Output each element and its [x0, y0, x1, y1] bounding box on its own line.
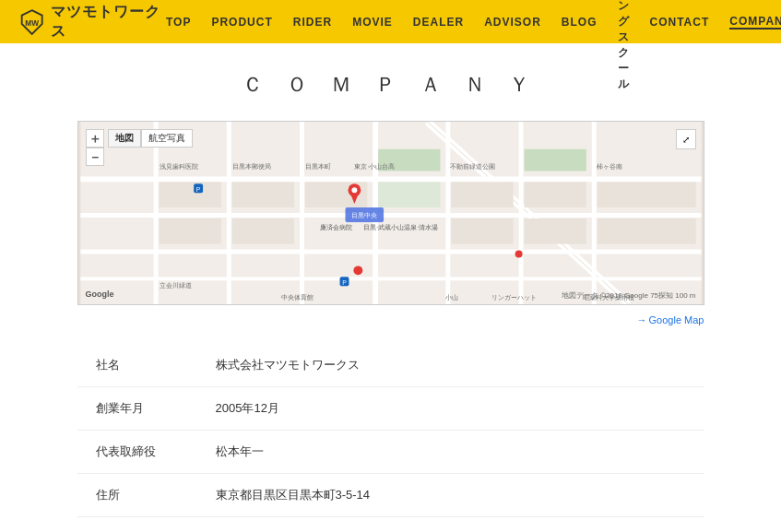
svg-rect-11 — [300, 122, 304, 304]
nav-movie[interactable]: MOVIE — [352, 16, 393, 29]
svg-rect-6 — [80, 213, 701, 218]
svg-text:浅見歯科医院: 浅見歯科医院 — [159, 163, 197, 170]
svg-rect-13 — [445, 122, 450, 304]
map-type-buttons: 地図 航空写真 — [108, 129, 193, 148]
nav-advisor[interactable]: ADVISOR — [484, 16, 541, 29]
svg-rect-24 — [451, 219, 513, 244]
info-label-founded: 創業年月 — [96, 400, 216, 417]
map-container[interactable]: 浅見歯科医院 立会川緑道 目黒本郵便局 目黒本町 東京·小山台高 不動前緑道公園… — [77, 121, 704, 305]
google-logo: Google — [86, 290, 114, 299]
nav-top[interactable]: TOP — [166, 16, 191, 29]
nav-company[interactable]: COMPANY — [729, 15, 781, 30]
page-content: Ｃ Ｏ Ｍ Ｐ Ａ Ｎ Ｙ — [0, 43, 781, 532]
zoom-in-button[interactable]: ＋ — [86, 129, 104, 148]
map-type-aerial-btn[interactable]: 航空写真 — [141, 129, 193, 148]
svg-rect-22 — [451, 182, 513, 207]
nav-blog[interactable]: BLOG — [562, 16, 598, 29]
map-zoom-controls: ＋ － — [86, 129, 104, 166]
svg-text:P: P — [195, 186, 200, 193]
svg-rect-5 — [80, 176, 701, 182]
svg-text:中央体育館: 中央体育館 — [281, 293, 314, 301]
info-row-address: 住所 東京都目黒区目黒本町3-5-14 — [77, 474, 704, 517]
svg-point-53 — [515, 251, 522, 258]
map-visual: 浅見歯科医院 立会川緑道 目黒本郵便局 目黒本町 東京·小山台高 不動前緑道公園… — [78, 122, 704, 304]
google-map-link-row: Google Map — [77, 314, 704, 325]
logo-text: マツモトワークス — [51, 3, 166, 41]
svg-rect-16 — [159, 182, 220, 207]
logo-area[interactable]: MW マツモトワークス — [18, 3, 166, 41]
svg-text:東京·小山台高: 東京·小山台高 — [354, 163, 395, 170]
svg-text:不動前緑道公園: 不動前緑道公園 — [450, 163, 495, 170]
nav-contact[interactable]: CONTACT — [650, 16, 710, 29]
svg-rect-9 — [153, 122, 158, 304]
svg-rect-19 — [231, 219, 293, 244]
svg-text:廉済会病院: 廉済会病院 — [319, 224, 351, 231]
svg-text:リンガーハット: リンガーハット — [491, 294, 536, 301]
svg-text:目黒本郵便局: 目黒本郵便局 — [231, 163, 270, 170]
info-label-company-name: 社名 — [96, 357, 216, 373]
svg-rect-29 — [524, 149, 586, 171]
svg-rect-18 — [231, 182, 293, 207]
svg-rect-8 — [80, 277, 701, 280]
nav-product[interactable]: PRODUCT — [211, 16, 272, 29]
page-title: Ｃ Ｏ Ｍ Ｐ Ａ Ｎ Ｙ — [243, 71, 538, 99]
svg-rect-21 — [378, 182, 440, 207]
info-value-ceo: 松本年一 — [216, 443, 264, 460]
svg-rect-27 — [597, 219, 695, 244]
info-row-ceo: 代表取締役 松本年一 — [77, 431, 704, 474]
svg-point-45 — [351, 187, 357, 193]
logo-icon: MW — [18, 7, 45, 37]
svg-point-52 — [353, 266, 362, 275]
info-value-address: 東京都目黒区目黒本町3-5-14 — [216, 487, 371, 503]
map-attribution: 地図データ ©2018 Google 75探知 100 m — [562, 290, 696, 301]
company-info-table: 社名 株式会社マツモトワークス 創業年月 2005年12月 代表取締役 松本年一… — [77, 344, 704, 532]
svg-text:立会川緑道: 立会川緑道 — [159, 282, 191, 289]
svg-rect-25 — [524, 219, 586, 244]
svg-rect-15 — [591, 122, 596, 304]
info-value-company-name: 株式会社マツモトワークス — [216, 357, 360, 373]
zoom-out-button[interactable]: － — [86, 148, 104, 166]
svg-text:目黒本町: 目黒本町 — [304, 163, 330, 170]
nav-rider[interactable]: RIDER — [293, 16, 332, 29]
svg-rect-7 — [80, 250, 701, 254]
info-row-tel: TEL 03-3715-0171 — [77, 517, 704, 532]
svg-rect-17 — [159, 219, 220, 244]
info-value-founded: 2005年12月 — [216, 400, 279, 417]
info-row-company-name: 社名 株式会社マツモトワークス — [77, 344, 704, 387]
svg-rect-14 — [518, 122, 523, 304]
info-row-founded: 創業年月 2005年12月 — [77, 387, 704, 431]
svg-rect-10 — [226, 122, 231, 304]
svg-text:MW: MW — [25, 18, 39, 27]
svg-text:P: P — [342, 279, 347, 286]
map-type-map-btn[interactable]: 地図 — [108, 129, 141, 148]
nav-dealer[interactable]: DEALER — [413, 16, 464, 29]
google-map-link[interactable]: Google Map — [637, 314, 704, 325]
svg-text:目黒中央: 目黒中央 — [351, 212, 377, 219]
svg-text:柿ヶ谷南: 柿ヶ谷南 — [596, 163, 621, 170]
svg-rect-23 — [524, 182, 586, 207]
info-label-ceo: 代表取締役 — [96, 443, 216, 460]
svg-text:目黒·武蔵小山温泉·清水湯: 目黒·武蔵小山温泉·清水湯 — [363, 224, 438, 231]
nav-waxing[interactable]: ワクシングスクール — [618, 0, 630, 92]
svg-rect-26 — [597, 182, 695, 207]
site-header: MW マツモトワークス TOP PRODUCT RIDER MOVIE DEAL… — [0, 0, 781, 43]
svg-text:小山: 小山 — [445, 294, 458, 301]
info-label-address: 住所 — [96, 487, 216, 503]
fullscreen-button[interactable]: ⤢ — [676, 129, 696, 149]
